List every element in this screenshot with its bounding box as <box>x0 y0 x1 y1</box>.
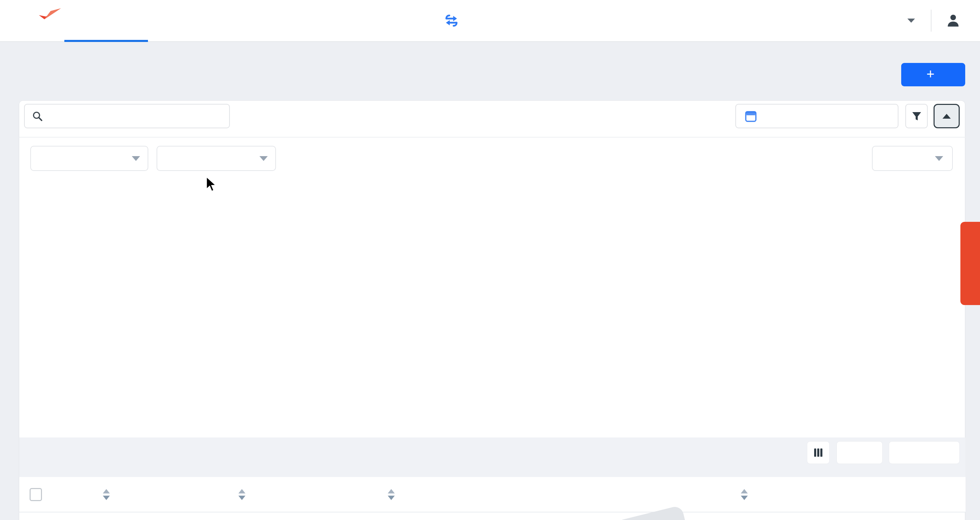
user-profile-icon[interactable] <box>945 13 961 29</box>
sort-icon <box>387 488 396 501</box>
granularity-dropdown[interactable] <box>872 146 953 171</box>
chevron-down-icon <box>259 156 268 161</box>
plus-icon: + <box>926 67 934 81</box>
collapse-panel-button[interactable] <box>934 104 960 128</box>
navbar-right-group <box>896 0 961 41</box>
logo-checkmark-icon <box>37 6 64 21</box>
go-to-old-interface-link[interactable] <box>443 0 466 41</box>
tab-active-underline <box>64 40 148 42</box>
search-icon <box>32 110 43 122</box>
column-header-campaign-name[interactable] <box>383 477 396 512</box>
metric2-color-swatch <box>165 153 176 164</box>
columns-icon <box>813 447 823 458</box>
create-button[interactable]: + <box>901 63 965 86</box>
campaigns-table-header <box>19 477 966 512</box>
balance-caret-icon <box>907 19 915 23</box>
sort-icon <box>102 488 111 501</box>
top-navbar <box>0 0 980 42</box>
calendar-icon <box>744 109 757 123</box>
balance-dropdown[interactable] <box>896 19 915 23</box>
tab-campaigns[interactable] <box>64 0 148 41</box>
mgid-campaigns-page: { "navbar": { "logo_text": "mgid", "acti… <box>0 0 980 520</box>
select-all-checkbox[interactable] <box>30 488 42 501</box>
campaigns-list-header-band <box>19 438 966 477</box>
funnel-icon <box>910 110 923 122</box>
toolbar-divider <box>19 137 966 138</box>
column-header-onoff[interactable] <box>99 477 111 512</box>
sort-icon <box>237 488 247 501</box>
campaigns-card <box>19 100 965 520</box>
metric2-dropdown[interactable] <box>157 146 276 171</box>
caret-up-icon <box>942 114 951 119</box>
swap-arrows-icon <box>443 13 460 28</box>
mgid-logo[interactable] <box>19 10 60 34</box>
column-header-id[interactable] <box>234 477 247 512</box>
chevron-down-icon <box>132 156 140 161</box>
search-box <box>24 104 230 128</box>
column-header-status[interactable] <box>737 477 749 512</box>
search-input[interactable] <box>49 110 222 122</box>
help-us-improve-tab[interactable] <box>960 222 980 305</box>
navbar-divider <box>931 10 931 32</box>
filter-button[interactable] <box>905 104 928 128</box>
chevron-down-icon <box>935 156 943 161</box>
columns-settings-button[interactable] <box>807 441 830 464</box>
goals-button[interactable] <box>837 441 883 464</box>
metric1-dropdown[interactable] <box>30 146 148 171</box>
export-csv-button[interactable] <box>889 441 960 464</box>
metric1-color-swatch <box>38 153 49 164</box>
date-range-button[interactable] <box>735 104 899 128</box>
sort-icon <box>740 488 749 501</box>
